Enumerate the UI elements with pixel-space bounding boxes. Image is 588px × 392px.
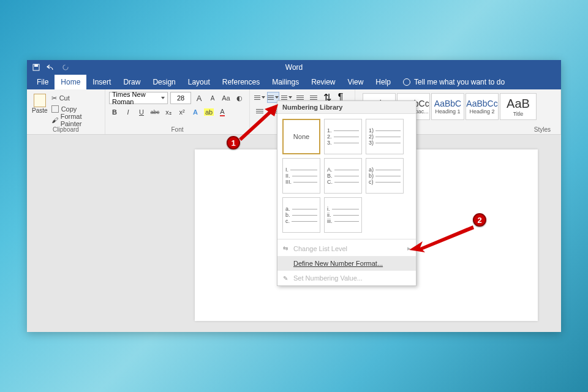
underline-button[interactable]: U bbox=[136, 107, 147, 118]
numbering-none[interactable]: None bbox=[282, 119, 320, 154]
tab-design[interactable]: Design bbox=[146, 75, 181, 89]
tab-file[interactable]: File bbox=[31, 75, 55, 89]
numbering-format-roman-upper[interactable]: I. II. III. bbox=[282, 158, 320, 194]
style-sample: AaBbCc bbox=[466, 99, 497, 108]
numbering-format-alpha-upper[interactable]: A. B. C. bbox=[324, 158, 362, 194]
style-name: Heading 2 bbox=[469, 108, 494, 115]
tab-home[interactable]: Home bbox=[55, 75, 86, 89]
chevron-down-icon bbox=[288, 96, 292, 99]
change-case-button[interactable]: Aa bbox=[221, 92, 232, 104]
save-icon[interactable] bbox=[32, 63, 40, 72]
numbering-format-alpha-lower-paren[interactable]: a) b) c) bbox=[366, 158, 404, 194]
font-color-button[interactable]: A bbox=[217, 107, 228, 118]
ribbon-tabs: File Home Insert Draw Design Layout Refe… bbox=[27, 75, 561, 89]
annotation-badge-2: 2 bbox=[473, 213, 486, 227]
font-size-combo[interactable]: 28 bbox=[170, 92, 191, 104]
tell-me-label: Tell me what you want to do bbox=[414, 78, 505, 86]
annotation-number: 2 bbox=[473, 213, 486, 227]
chevron-down-icon bbox=[262, 96, 265, 99]
copy-label: Copy bbox=[61, 105, 77, 113]
cut-button[interactable]: ✂Cut bbox=[51, 93, 101, 103]
paste-icon bbox=[34, 94, 46, 107]
style-name: Title bbox=[513, 111, 524, 117]
redo-icon[interactable] bbox=[61, 63, 70, 72]
cut-label: Cut bbox=[59, 94, 70, 102]
edit-icon: ✎ bbox=[281, 274, 290, 282]
define-format-label: Define New Number Format... bbox=[293, 260, 383, 267]
tab-review[interactable]: Review bbox=[305, 75, 341, 89]
scissors-icon: ✂ bbox=[51, 94, 57, 102]
annotation-arrow-2 bbox=[408, 223, 475, 252]
bulb-icon bbox=[403, 78, 410, 86]
font-name-value: Times New Roman bbox=[112, 91, 160, 105]
bullets-button[interactable] bbox=[254, 92, 266, 103]
numbering-format-decimal-paren[interactable]: 1) 2) 3) bbox=[366, 119, 404, 154]
clear-format-button[interactable]: ◐ bbox=[234, 92, 245, 104]
none-label: None bbox=[293, 133, 309, 140]
change-level-label: Change List Level bbox=[293, 245, 347, 252]
chevron-down-icon bbox=[161, 97, 165, 99]
italic-button[interactable]: I bbox=[123, 107, 134, 118]
highlight-button[interactable]: ab bbox=[203, 107, 214, 118]
tab-draw[interactable]: Draw bbox=[117, 75, 146, 89]
chevron-down-icon bbox=[275, 96, 279, 99]
tab-layout[interactable]: Layout bbox=[182, 75, 216, 89]
group-font: Times New Roman 28 A A Aa ◐ B I U abc x₂… bbox=[105, 89, 250, 134]
shrink-font-button[interactable]: A bbox=[207, 92, 218, 104]
undo-icon[interactable] bbox=[47, 63, 55, 72]
change-list-level-item: ⇆ Change List Level ▸ bbox=[277, 241, 416, 256]
set-value-label: Set Numbering Value... bbox=[293, 274, 363, 282]
dropdown-header: Numbering Library bbox=[277, 101, 416, 114]
numbering-format-roman-lower[interactable]: i. ii. iii. bbox=[324, 197, 362, 233]
tab-mailings[interactable]: Mailings bbox=[266, 75, 305, 89]
svg-rect-1 bbox=[34, 64, 38, 67]
annotation-number: 1 bbox=[227, 136, 240, 149]
superscript-button[interactable]: x² bbox=[176, 107, 187, 118]
style-name: Heading 1 bbox=[435, 108, 460, 115]
title-bar: Word bbox=[27, 60, 561, 75]
tab-view[interactable]: View bbox=[342, 75, 370, 89]
copy-icon bbox=[51, 105, 59, 113]
brush-icon: 🖌 bbox=[51, 116, 58, 124]
tab-insert[interactable]: Insert bbox=[86, 75, 117, 89]
tab-help[interactable]: Help bbox=[369, 75, 397, 89]
style-heading1[interactable]: AaBbCHeading 1 bbox=[431, 93, 464, 120]
text-effects-button[interactable]: A bbox=[190, 107, 201, 118]
annotation-arrow-1 bbox=[234, 103, 279, 141]
format-painter-button[interactable]: 🖌Format Painter bbox=[51, 115, 101, 125]
font-name-combo[interactable]: Times New Roman bbox=[109, 92, 168, 104]
numbering-dropdown: Numbering Library None 1. 2. 3. 1) 2) 3)… bbox=[277, 100, 417, 286]
group-clipboard: Paste ✂Cut Copy 🖌Format Painter Clipboar… bbox=[27, 89, 105, 134]
numbering-format-decimal-dot[interactable]: 1. 2. 3. bbox=[324, 119, 362, 154]
tell-me-search[interactable]: Tell me what you want to do bbox=[403, 78, 505, 86]
set-numbering-value-item: ✎ Set Numbering Value... bbox=[277, 271, 416, 285]
strike-button[interactable]: abc bbox=[149, 107, 160, 118]
indent-icon: ⇆ bbox=[281, 244, 290, 253]
grow-font-button[interactable]: A bbox=[194, 92, 205, 104]
font-group-label: Font bbox=[109, 125, 246, 133]
font-size-value: 28 bbox=[177, 94, 184, 102]
clipboard-group-label: Clipboard bbox=[31, 125, 101, 133]
subscript-button[interactable]: x₂ bbox=[163, 107, 174, 118]
numbering-grid: None 1. 2. 3. 1) 2) 3) I. II. III. A. B.… bbox=[277, 114, 416, 238]
app-window: Word File Home Insert Draw Design Layout… bbox=[27, 60, 561, 332]
bold-button[interactable]: B bbox=[109, 107, 120, 118]
numbering-format-alpha-lower-dot[interactable]: a. b. c. bbox=[282, 197, 320, 233]
paste-label: Paste bbox=[32, 107, 48, 114]
style-heading2[interactable]: AaBbCcHeading 2 bbox=[466, 93, 499, 120]
tab-references[interactable]: References bbox=[216, 75, 266, 89]
svg-point-2 bbox=[63, 65, 68, 70]
style-sample: AaBbC bbox=[434, 99, 461, 108]
define-new-number-format-item[interactable]: Define New Number Format... bbox=[277, 256, 416, 271]
style-sample: AaB bbox=[507, 97, 530, 111]
annotation-badge-1: 1 bbox=[227, 136, 240, 149]
app-title: Word bbox=[27, 63, 561, 72]
style-title[interactable]: AaBTitle bbox=[500, 93, 537, 120]
eraser-icon: ◐ bbox=[236, 94, 243, 102]
paste-button[interactable]: Paste bbox=[31, 92, 49, 115]
